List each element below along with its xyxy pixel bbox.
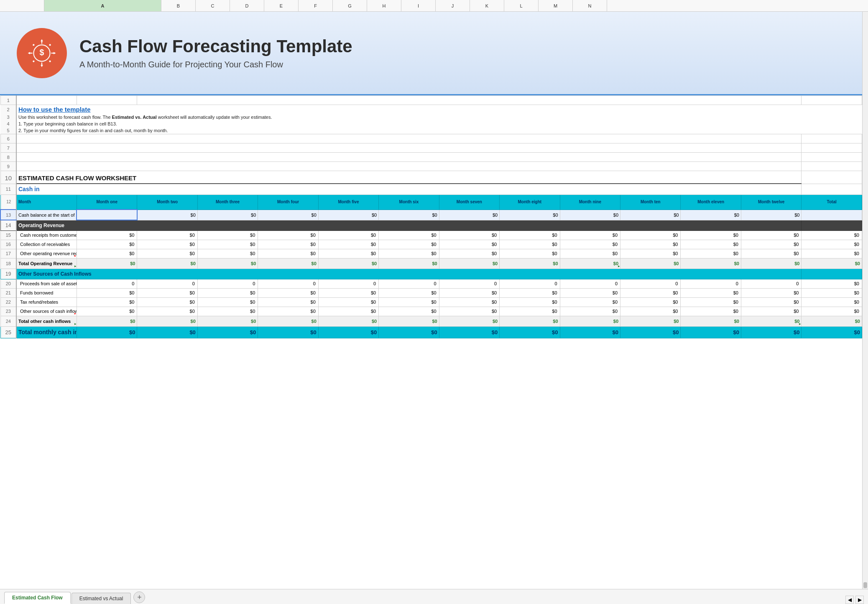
- tr-m2[interactable]: $0: [137, 297, 197, 307]
- cr-m7[interactable]: $0: [439, 230, 499, 240]
- cell-a1[interactable]: [16, 96, 77, 105]
- fb-total[interactable]: $0: [802, 288, 862, 297]
- fb-m11[interactable]: $0: [681, 288, 741, 297]
- tor-m7[interactable]: $0: [439, 258, 499, 269]
- cell-n2[interactable]: [802, 105, 862, 114]
- oo-m10[interactable]: $0: [620, 249, 681, 258]
- fb-m5[interactable]: $0: [318, 288, 378, 297]
- tm-total[interactable]: $0: [802, 326, 862, 338]
- tor-m9[interactable]: $0: [560, 258, 620, 269]
- fb-m9[interactable]: $0: [560, 288, 620, 297]
- oi-m9[interactable]: $0: [560, 307, 620, 316]
- cash-balance-m8[interactable]: $0: [500, 210, 560, 220]
- oi-m3[interactable]: $0: [197, 307, 258, 316]
- fb-m8[interactable]: $0: [500, 288, 560, 297]
- toc-m1[interactable]: $0: [77, 316, 137, 326]
- oi-m10[interactable]: $0: [620, 307, 681, 316]
- cash-balance-label[interactable]: Cash balance at the start of each month: [16, 210, 77, 220]
- fb-m10[interactable]: $0: [620, 288, 681, 297]
- col-header-m3[interactable]: Month three: [197, 195, 258, 210]
- oi-m7[interactable]: $0: [439, 307, 499, 316]
- cash-balance-m12[interactable]: $0: [741, 210, 801, 220]
- col-c-header[interactable]: C: [196, 0, 230, 11]
- col-m6[interactable]: $0: [379, 240, 439, 249]
- oo-m6[interactable]: $0: [379, 249, 439, 258]
- cash-balance-total[interactable]: [802, 210, 862, 220]
- tr-m4[interactable]: $0: [258, 297, 318, 307]
- ps-m4[interactable]: 0: [258, 279, 318, 288]
- col-header-m4[interactable]: Month four: [258, 195, 318, 210]
- other-inflow-label[interactable]: Other sources of cash inflow: [16, 307, 77, 316]
- cash-balance-m7[interactable]: $0: [439, 210, 499, 220]
- spreadsheet-area[interactable]: $: [0, 12, 862, 589]
- oo-m3[interactable]: $0: [197, 249, 258, 258]
- col-m3[interactable]: $0: [197, 240, 258, 249]
- oi-m2[interactable]: $0: [137, 307, 197, 316]
- toc-m11[interactable]: $0: [681, 316, 741, 326]
- col-h-header[interactable]: H: [367, 0, 401, 11]
- cash-balance-m11[interactable]: $0: [681, 210, 741, 220]
- col-e-header[interactable]: E: [264, 0, 299, 11]
- col-m4[interactable]: $0: [258, 240, 318, 249]
- fb-m7[interactable]: $0: [439, 288, 499, 297]
- col-l-header[interactable]: L: [504, 0, 539, 11]
- col-d-header[interactable]: D: [230, 0, 264, 11]
- cash-balance-m4[interactable]: $0: [258, 210, 318, 220]
- toc-m5[interactable]: $0: [318, 316, 378, 326]
- tm-m2[interactable]: $0: [137, 326, 197, 338]
- tor-m1[interactable]: $0: [77, 258, 137, 269]
- tm-m3[interactable]: $0: [197, 326, 258, 338]
- oo-total[interactable]: $0: [802, 249, 862, 258]
- ps-m8[interactable]: 0: [500, 279, 560, 288]
- tor-total[interactable]: $0: [802, 258, 862, 269]
- cr-total[interactable]: $0: [802, 230, 862, 240]
- right-scrollbar[interactable]: [862, 12, 868, 589]
- toc-m12[interactable]: $0: [741, 316, 801, 326]
- proceeds-label[interactable]: Proceeds from sale of assets: [16, 279, 77, 288]
- col-m8[interactable]: $0: [500, 240, 560, 249]
- ps-m11[interactable]: 0: [681, 279, 741, 288]
- oo-m1[interactable]: $0: [77, 249, 137, 258]
- tr-m5[interactable]: $0: [318, 297, 378, 307]
- col-i-header[interactable]: I: [401, 0, 436, 11]
- col-b-header[interactable]: B: [161, 0, 196, 11]
- tm-m8[interactable]: $0: [500, 326, 560, 338]
- cr-m11[interactable]: $0: [681, 230, 741, 240]
- tor-m6[interactable]: $0: [379, 258, 439, 269]
- oi-m11[interactable]: $0: [681, 307, 741, 316]
- col-header-total[interactable]: Total: [802, 195, 862, 210]
- fb-m12[interactable]: $0: [741, 288, 801, 297]
- tr-m3[interactable]: $0: [197, 297, 258, 307]
- fb-m6[interactable]: $0: [379, 288, 439, 297]
- toc-total[interactable]: $0: [802, 316, 862, 326]
- col-header-m2[interactable]: Month two: [137, 195, 197, 210]
- tor-m11[interactable]: $0: [681, 258, 741, 269]
- col-header-m10[interactable]: Month ten: [620, 195, 681, 210]
- toc-m6[interactable]: $0: [379, 316, 439, 326]
- tor-m3[interactable]: $0: [197, 258, 258, 269]
- cash-receipts-label[interactable]: Cash receipts from customers: [16, 230, 77, 240]
- ps-m3[interactable]: 0: [197, 279, 258, 288]
- oi-m12[interactable]: $0: [741, 307, 801, 316]
- fb-m3[interactable]: $0: [197, 288, 258, 297]
- oi-m6[interactable]: $0: [379, 307, 439, 316]
- cr-m3[interactable]: $0: [197, 230, 258, 240]
- tr-total[interactable]: $0: [802, 297, 862, 307]
- oi-m5[interactable]: $0: [318, 307, 378, 316]
- col-header-m6[interactable]: Month six: [379, 195, 439, 210]
- cr-m5[interactable]: $0: [318, 230, 378, 240]
- toc-m4[interactable]: $0: [258, 316, 318, 326]
- tm-m9[interactable]: $0: [560, 326, 620, 338]
- col-m9[interactable]: $0: [560, 240, 620, 249]
- tr-m10[interactable]: $0: [620, 297, 681, 307]
- cell-n4[interactable]: [802, 120, 862, 127]
- col-j-header[interactable]: J: [436, 0, 470, 11]
- col-m2[interactable]: $0: [137, 240, 197, 249]
- other-op-label[interactable]: Other operating revenue received: [16, 249, 77, 258]
- tor-m10[interactable]: $0: [620, 258, 681, 269]
- cash-balance-m10[interactable]: $0: [620, 210, 681, 220]
- ps-m2[interactable]: 0: [137, 279, 197, 288]
- tr-m11[interactable]: $0: [681, 297, 741, 307]
- tab-scroll-left[interactable]: ◀: [845, 596, 854, 604]
- col-header-m5[interactable]: Month five: [318, 195, 378, 210]
